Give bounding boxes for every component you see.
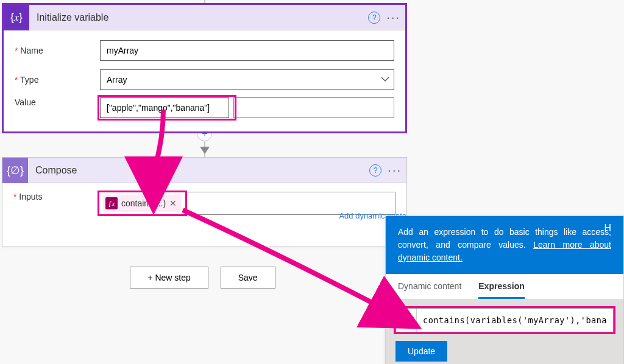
card-header[interactable]: {∅} Compose ? ··· (2, 158, 406, 183)
update-button[interactable]: Update (395, 341, 447, 362)
value-input[interactable] (100, 97, 229, 118)
compose-icon: {∅} (2, 158, 28, 183)
expression-hint: Add an expression to do basic things lik… (386, 216, 623, 274)
token-label: contains(...) (121, 198, 166, 208)
fx-icon: ƒx (105, 197, 118, 209)
save-button[interactable]: Save (221, 267, 275, 289)
type-select[interactable] (100, 69, 394, 90)
tab-dynamic-content[interactable]: Dynamic content (398, 281, 461, 299)
compose-card: {∅} Compose ? ··· Inputs ƒx contains(...… (2, 157, 407, 247)
name-label: Name (15, 46, 100, 55)
name-input[interactable] (100, 40, 394, 61)
variable-icon: {𝑥} (4, 5, 29, 30)
more-menu-icon[interactable]: ··· (386, 10, 400, 24)
expression-input-box: ƒx (395, 308, 614, 332)
value-input-extra[interactable] (233, 97, 394, 118)
connector-arrow (200, 147, 210, 154)
help-icon[interactable]: ? (369, 164, 381, 177)
expression-token[interactable]: ƒx contains(...) ✕ (103, 195, 182, 212)
card-header[interactable]: {𝑥} Initialize variable ? ··· (4, 5, 405, 30)
remove-token-icon[interactable]: ✕ (169, 198, 177, 208)
new-step-button[interactable]: + New step (130, 267, 208, 289)
fx-icon: ƒx (396, 309, 417, 332)
help-icon[interactable]: ? (368, 12, 380, 24)
inputs-label: Inputs (13, 192, 99, 201)
initialize-variable-card: {𝑥} Initialize variable ? ··· Name Type … (2, 3, 407, 133)
type-label: Type (15, 75, 100, 85)
card-title: Compose (28, 165, 369, 176)
card-title: Initialize variable (29, 12, 368, 23)
expression-panel: Add an expression to do basic things lik… (385, 215, 624, 364)
value-label: Value (15, 97, 100, 107)
tab-expression[interactable]: Expression (478, 281, 524, 299)
expression-tabs: Dynamic content Expression (386, 274, 623, 299)
more-menu-icon[interactable]: ··· (388, 163, 402, 177)
expression-input[interactable] (417, 309, 613, 332)
